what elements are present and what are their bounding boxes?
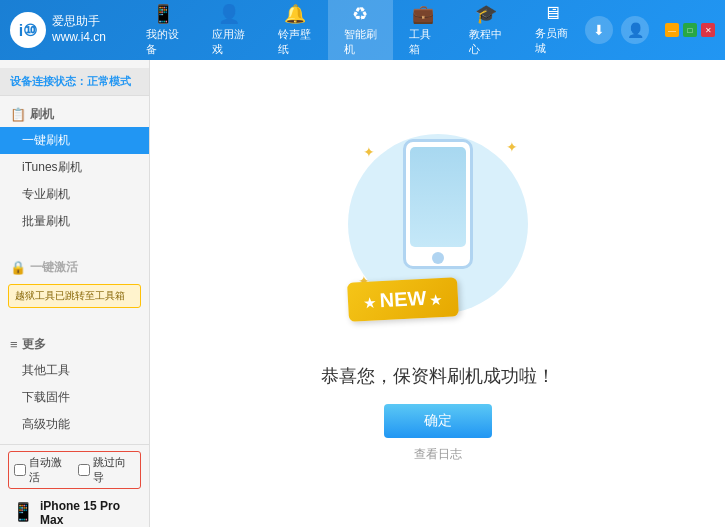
maximize-button[interactable]: □ (683, 23, 697, 37)
view-log-link[interactable]: 查看日志 (414, 446, 462, 463)
sidebar-section-activate: 🔒 一键激活 越狱工具已跳转至工具箱 (0, 249, 149, 318)
tools-icon: 💼 (412, 3, 434, 25)
device-details: iPhone 15 Pro Max 512GB iPhone (40, 499, 137, 527)
connection-status: 设备连接状态：正常模式 (0, 68, 149, 96)
tutorials-icon: 🎓 (475, 3, 497, 25)
sidebar-item-pro-flash[interactable]: 专业刷机 (0, 181, 149, 208)
sidebar-bottom: 自动激活 跳过向导 📱 iPhone 15 Pro Max 512GB iPho… (0, 444, 149, 527)
phone-home-button (432, 252, 444, 264)
jailbreak-warning: 越狱工具已跳转至工具箱 (8, 284, 141, 308)
sidebar-item-download-firmware[interactable]: 下载固件 (0, 384, 149, 411)
main-content: ✦ ✦ ✦ NEW 恭喜您，保资料刷机成功啦！ 确定 查看日志 (150, 60, 725, 527)
close-button[interactable]: ✕ (701, 23, 715, 37)
lock-icon: 🔒 (10, 260, 26, 275)
confirm-button[interactable]: 确定 (384, 404, 492, 438)
sidebar-item-itunes-flash[interactable]: iTunes刷机 (0, 154, 149, 181)
logo-area: i⑩ 爱思助手 www.i4.cn (10, 12, 130, 48)
sidebar-item-batch-flash[interactable]: 批量刷机 (0, 208, 149, 235)
flash-section-icon: 📋 (10, 107, 26, 122)
smart-flash-icon: ♻ (352, 3, 368, 25)
nav-tab-ringtones[interactable]: 🔔 铃声壁纸 (262, 0, 328, 63)
apps-games-icon: 👤 (218, 3, 240, 25)
logo-icon: i⑩ (10, 12, 46, 48)
nav-tab-tutorials[interactable]: 🎓 教程中心 (453, 0, 519, 63)
user-button[interactable]: 👤 (621, 16, 649, 44)
sparkle-tl-icon: ✦ (363, 144, 375, 160)
main-nav: 📱 我的设备 👤 应用游戏 🔔 铃声壁纸 ♻ 智能刷机 💼 工具箱 🎓 教程中心… (130, 0, 585, 63)
phone-device (403, 139, 473, 269)
download-button[interactable]: ⬇ (585, 16, 613, 44)
service-icon: 🖥 (543, 3, 561, 24)
nav-tab-tools[interactable]: 💼 工具箱 (393, 0, 453, 63)
device-info: 📱 iPhone 15 Pro Max 512GB iPhone (8, 495, 141, 527)
nav-tab-service[interactable]: 🖥 务员商城 (519, 0, 585, 63)
device-name: iPhone 15 Pro Max (40, 499, 137, 527)
activate-section-header: 🔒 一键激活 (0, 255, 149, 280)
sidebar-item-advanced[interactable]: 高级功能 (0, 411, 149, 438)
my-device-icon: 📱 (152, 3, 174, 25)
ringtones-icon: 🔔 (284, 3, 306, 25)
sidebar-section-more: ≡ 更多 其他工具 下载固件 高级功能 (0, 326, 149, 444)
app-header: i⑩ 爱思助手 www.i4.cn 📱 我的设备 👤 应用游戏 🔔 铃声壁纸 ♻… (0, 0, 725, 60)
sidebar-item-one-key-flash[interactable]: 一键刷机 (0, 127, 149, 154)
window-controls: — □ ✕ (665, 23, 715, 37)
nav-tab-smart-flash[interactable]: ♻ 智能刷机 (328, 0, 394, 63)
more-icon: ≡ (10, 337, 18, 352)
auto-activate-option[interactable]: 自动激活 (14, 455, 72, 485)
main-layout: 设备连接状态：正常模式 📋 刷机 一键刷机 iTunes刷机 专业刷机 批量刷机 (0, 60, 725, 527)
nav-tab-apps-games[interactable]: 👤 应用游戏 (196, 0, 262, 63)
logo-text: 爱思助手 www.i4.cn (52, 14, 106, 45)
new-badge: NEW (347, 277, 459, 322)
sparkle-tr-icon: ✦ (506, 139, 518, 155)
sidebar-section-flash: 📋 刷机 一键刷机 iTunes刷机 专业刷机 批量刷机 (0, 96, 149, 241)
header-right: ⬇ 👤 — □ ✕ (585, 16, 715, 44)
more-section-header: ≡ 更多 (0, 332, 149, 357)
phone-illustration: ✦ ✦ ✦ NEW (338, 124, 538, 344)
flash-section-header: 📋 刷机 (0, 102, 149, 127)
guide-activate-checkbox[interactable] (78, 464, 90, 476)
minimize-button[interactable]: — (665, 23, 679, 37)
phone-screen (410, 147, 466, 247)
success-message: 恭喜您，保资料刷机成功啦！ (321, 364, 555, 388)
sidebar-item-other-tools[interactable]: 其他工具 (0, 357, 149, 384)
sidebar: 设备连接状态：正常模式 📋 刷机 一键刷机 iTunes刷机 专业刷机 批量刷机 (0, 60, 150, 527)
auto-activate-checkbox[interactable] (14, 464, 26, 476)
guide-activate-option[interactable]: 跳过向导 (78, 455, 136, 485)
bottom-checkbox-row: 自动激活 跳过向导 (8, 451, 141, 489)
device-icon: 📱 (12, 501, 34, 523)
nav-tab-my-device[interactable]: 📱 我的设备 (130, 0, 196, 63)
